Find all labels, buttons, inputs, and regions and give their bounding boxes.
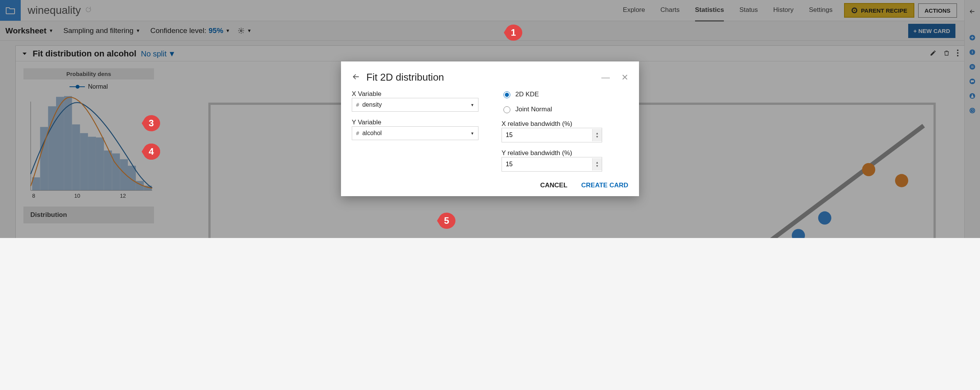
xvar-value: density (362, 101, 382, 108)
radio-jointnormal-input[interactable] (503, 106, 510, 113)
dialog-left-column: X Variable # density ▼ Y Variable # alco… (352, 90, 478, 172)
xbw-input[interactable] (502, 128, 592, 142)
number-spinner-icon[interactable]: ▲▼ (592, 129, 602, 141)
radio-2dkde-label: 2D KDE (515, 91, 539, 98)
dialog-body: X Variable # density ▼ Y Variable # alco… (352, 90, 628, 172)
close-icon[interactable]: ✕ (621, 73, 628, 83)
radio-2dkde-input[interactable] (503, 91, 510, 98)
dialog-right-column: 2D KDE Joint Normal X relative bandwidth… (502, 90, 628, 172)
ybw-label: Y relative bandwidth (%) (502, 149, 628, 157)
radio-2dkde[interactable]: 2D KDE (502, 90, 628, 98)
chevron-down-icon: ▼ (470, 103, 474, 107)
chevron-down-icon: ▼ (470, 131, 474, 136)
yvar-value: alcohol (362, 130, 382, 137)
back-arrow-icon[interactable] (352, 73, 360, 83)
yvar-label: Y Variable (352, 119, 478, 126)
callout-badge-4: 4 (142, 143, 161, 160)
xbw-input-wrap: ▲▼ (502, 128, 602, 142)
radio-jointnormal[interactable]: Joint Normal (502, 105, 628, 113)
cancel-button[interactable]: CANCEL (540, 182, 568, 189)
radio-jointnormal-label: Joint Normal (515, 106, 552, 113)
create-card-button[interactable]: CREATE CARD (581, 182, 628, 189)
ybw-input-wrap: ▲▼ (502, 157, 602, 172)
xvar-label: X Variable (352, 90, 478, 98)
yvar-select[interactable]: # alcohol ▼ (352, 126, 478, 140)
callout-badge-5: 5 (437, 212, 456, 230)
ybw-input[interactable] (502, 157, 592, 171)
xbw-label: X relative bandwidth (%) (502, 120, 628, 128)
callout-badge-1: 1 (504, 24, 523, 41)
number-spinner-icon[interactable]: ▲▼ (592, 158, 602, 170)
numeric-icon: # (356, 130, 359, 136)
dialog-header: Fit 2D distribution — ✕ (352, 71, 628, 83)
minimize-icon[interactable]: — (601, 73, 610, 83)
xvar-select[interactable]: # density ▼ (352, 98, 478, 112)
dialog-title: Fit 2D distribution (366, 71, 444, 83)
numeric-icon: # (356, 102, 359, 108)
callout-badge-3: 3 (142, 114, 161, 132)
fit-2d-dialog: Fit 2D distribution — ✕ X Variable # den… (341, 61, 639, 196)
app-viewport: i winequality Explore Charts Statistics … (0, 0, 980, 238)
dialog-footer: CANCEL CREATE CARD (352, 172, 628, 189)
